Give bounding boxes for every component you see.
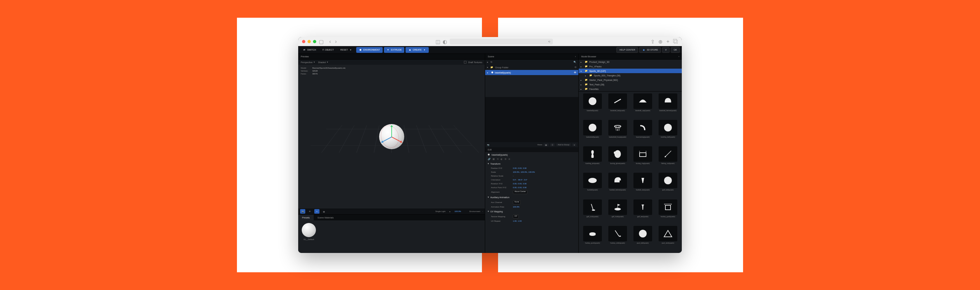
transform-section-header[interactable]: ▾ Transform bbox=[485, 161, 578, 166]
position-x-input[interactable]: 0.00, bbox=[513, 167, 517, 169]
camera-tool-button[interactable]: 📷 bbox=[300, 209, 305, 214]
model-item[interactable]: bowling_ball(quads) bbox=[656, 120, 680, 145]
light-intensity-value[interactable]: 100.0% bbox=[455, 211, 461, 212]
add-to-group-button[interactable]: Add to Group bbox=[556, 143, 571, 146]
orientation-z-input[interactable]: 0.0° bbox=[524, 179, 527, 181]
tab-presets[interactable]: Presets bbox=[298, 215, 313, 220]
light-chevron-icon[interactable]: ▾ bbox=[447, 209, 453, 214]
create-button[interactable]: ◆CREATE▾ bbox=[406, 47, 429, 53]
folder-row[interactable]: ▾📁Sports_3D (137) bbox=[579, 69, 682, 73]
wireframe-toggle-button[interactable]: ▦ bbox=[321, 209, 326, 214]
anchor-y-input[interactable]: 0.00, bbox=[518, 187, 522, 189]
ok-button[interactable]: OK bbox=[671, 47, 680, 53]
expand-icon[interactable]: ▸ bbox=[487, 61, 488, 63]
rotation-x-input[interactable]: 0.00, bbox=[513, 183, 517, 185]
eye-tool-button[interactable]: 👁 bbox=[307, 209, 312, 214]
model-item[interactable]: baseball(quads) bbox=[581, 93, 605, 119]
appearance-icon[interactable]: ◐ bbox=[442, 39, 447, 44]
model-item[interactable]: football_tee(quads) bbox=[631, 173, 655, 198]
camera-dropdown[interactable]: Perspective ▾ bbox=[301, 61, 315, 63]
shield-icon[interactable]: ◫ bbox=[436, 39, 440, 44]
environment-value[interactable]: - bbox=[482, 211, 483, 212]
position-y-input[interactable]: 0.00, bbox=[518, 167, 522, 169]
model-item[interactable]: hockey_goal(quads) bbox=[656, 200, 680, 225]
model-item[interactable]: baseball_bat(quads) bbox=[606, 93, 630, 119]
alignment-dropdown[interactable]: About Center bbox=[513, 190, 527, 194]
model-item[interactable]: pool_rack(quads) bbox=[656, 226, 680, 251]
preset-item[interactable]: 01__Default bbox=[301, 223, 317, 250]
draft-textures-checkbox[interactable] bbox=[464, 61, 466, 63]
aux-channel-dropdown[interactable]: None bbox=[513, 200, 520, 204]
texture-icon[interactable]: ▦ bbox=[493, 158, 495, 160]
close-window-button[interactable] bbox=[302, 40, 305, 43]
model-item[interactable]: golf_ball(quads) bbox=[656, 173, 680, 198]
minimize-window-button[interactable] bbox=[307, 40, 311, 43]
orientation-x-input[interactable]: 0.0°, bbox=[513, 179, 517, 181]
chevron-right-icon[interactable]: › bbox=[679, 55, 679, 58]
model-item[interactable]: boxing_glove(quads) bbox=[606, 146, 630, 171]
maximize-window-button[interactable] bbox=[313, 40, 316, 43]
gizmo-y-axis[interactable] bbox=[391, 125, 392, 137]
model-item[interactable]: baseball_cap(quads) bbox=[631, 93, 655, 119]
model-item[interactable]: golf_tee(quads) bbox=[631, 200, 655, 225]
model-item[interactable]: baseball_helmet(quads) bbox=[656, 93, 680, 119]
chevron-right-icon[interactable]: › bbox=[575, 55, 576, 58]
address-bar[interactable]: ⟲ bbox=[450, 39, 553, 44]
folder-row[interactable]: ▸📁Product_Design_3D bbox=[579, 60, 682, 64]
model-item[interactable]: basketball(quads) bbox=[581, 120, 605, 145]
replace-icon[interactable]: ⟲ bbox=[497, 158, 499, 160]
folder-row[interactable]: ▸📁Pro_VFacks bbox=[579, 64, 682, 69]
folder-row[interactable]: ▸📁Starter_Pack_Physical (302) bbox=[579, 78, 682, 82]
viewport-3d[interactable]: Model: Resized/Sports3D/baseball(quads).… bbox=[298, 65, 485, 209]
scene-icon[interactable]: 📷 bbox=[487, 144, 489, 146]
tabs-icon[interactable]: ⿻ bbox=[673, 39, 678, 44]
rotation-z-input[interactable]: 0.00 bbox=[523, 183, 527, 185]
delete-icon[interactable]: ⊘ bbox=[508, 158, 510, 160]
uv-mapping-section-header[interactable]: ▾ UV Mapping bbox=[485, 209, 578, 214]
help-center-button[interactable]: HELP CENTER bbox=[616, 47, 638, 53]
extrude-button[interactable]: ▼EXTRUDE bbox=[384, 47, 404, 53]
folder-row[interactable]: ▸📁Text_Pack (38) bbox=[579, 82, 682, 87]
views-list-button[interactable]: ☰ bbox=[550, 143, 555, 146]
visibility-toggle-icon[interactable]: 👁 bbox=[574, 71, 576, 74]
texture-mapping-dropdown[interactable]: UV bbox=[513, 215, 519, 219]
sidebar-toggle-icon[interactable]: ▢ bbox=[319, 39, 323, 44]
nav-forward-button[interactable]: › bbox=[334, 39, 338, 44]
model-item[interactable]: boomerang(quads) bbox=[631, 120, 655, 145]
model-item[interactable]: pool_ball(quads) bbox=[631, 226, 655, 251]
f-object-button[interactable]: F. OBJECT bbox=[320, 47, 337, 53]
model-item[interactable]: hockey_puck(quads) bbox=[581, 226, 605, 251]
refresh-icon[interactable]: ⟲ bbox=[574, 66, 576, 69]
link-icon[interactable]: 🔗 bbox=[488, 158, 491, 160]
object-name[interactable]: baseball(quads) bbox=[492, 154, 508, 156]
model-item[interactable]: golf_hole(quads) bbox=[606, 200, 630, 225]
model-item[interactable]: football(quads) bbox=[581, 173, 605, 198]
gear-icon[interactable]: ⚙ bbox=[504, 158, 506, 160]
relative-scale-value[interactable]: - bbox=[513, 175, 514, 177]
shading-dropdown[interactable]: Shaded ▾ bbox=[318, 61, 328, 63]
scale-z-input[interactable]: 100.0% bbox=[528, 171, 535, 173]
scene-item-baseball[interactable]: ▾ ⬢ baseball(quads) 👁 bbox=[485, 70, 578, 75]
material-icon[interactable]: ◐ bbox=[501, 158, 503, 160]
model-item[interactable]: golf_club(quads) bbox=[581, 200, 605, 225]
model-item[interactable]: football_helmet(quads) bbox=[606, 173, 630, 198]
uv-repeat-v-input[interactable]: 1.00 bbox=[518, 220, 522, 222]
scale-x-input[interactable]: 100.0%, bbox=[513, 171, 520, 173]
rotation-y-input[interactable]: 0.00, bbox=[518, 183, 522, 185]
animation-rate-input[interactable]: 100.0% bbox=[513, 206, 519, 208]
position-z-input[interactable]: 0.00 bbox=[523, 167, 527, 169]
switch-button[interactable]: ⇄SWITCH bbox=[300, 47, 319, 53]
environment-button[interactable]: ⬢ENVIRONMENT bbox=[356, 47, 383, 53]
nav-back-button[interactable]: ‹ bbox=[328, 39, 332, 44]
share-icon[interactable]: ⇪ bbox=[650, 39, 655, 44]
model-item[interactable]: bowling_pin(quads) bbox=[581, 146, 605, 171]
aux-animation-section-header[interactable]: ▾ Auxiliary Animation bbox=[485, 195, 578, 200]
download-icon[interactable]: ⊕ bbox=[658, 39, 662, 44]
sync-icon[interactable]: ⟲ bbox=[490, 61, 492, 63]
v-button[interactable]: V bbox=[662, 47, 670, 53]
reset-button[interactable]: RESET▾ bbox=[338, 47, 355, 53]
folder-row[interactable]: ▸📁Favorites bbox=[579, 87, 682, 91]
anchor-z-input[interactable]: 0.00 bbox=[523, 187, 527, 189]
model-item[interactable]: hockey_stick(quads) bbox=[606, 226, 630, 251]
orientation-y-input[interactable]: -90.0°, bbox=[517, 179, 523, 181]
